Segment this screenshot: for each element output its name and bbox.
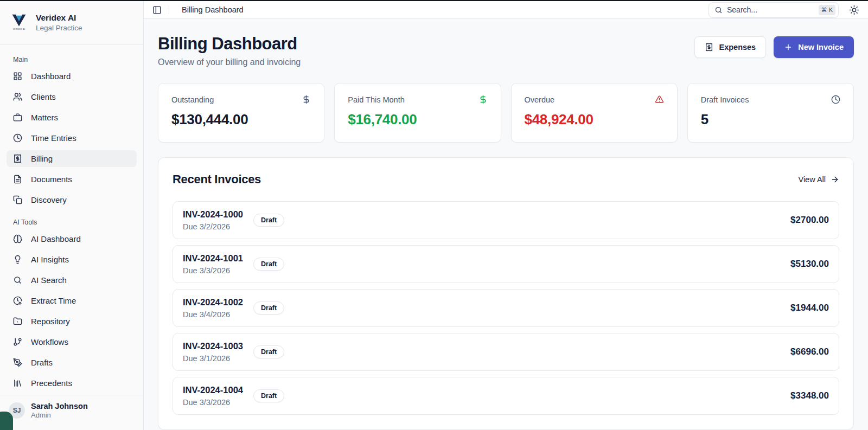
folder-icon [13, 317, 22, 326]
breadcrumb: Billing Dashboard [182, 5, 244, 14]
sidebar-item-billing[interactable]: Billing [7, 150, 137, 167]
sidebar-item-workflows[interactable]: Workflows [7, 333, 137, 350]
copy-icon [13, 195, 22, 204]
brand-name: Veridex AI [36, 13, 82, 23]
clock-arrow-icon [13, 296, 22, 305]
user-row[interactable]: SJ Sarah Johnson Admin [0, 395, 143, 430]
brain-icon [13, 234, 22, 243]
stat-label: Overdue [525, 95, 555, 104]
search-box[interactable]: ⌘ K [709, 2, 839, 18]
user-role: Admin [31, 411, 88, 419]
page-title: Billing Dashboard [158, 34, 301, 54]
search-input[interactable] [727, 5, 814, 14]
sidebar-section-label: AI Tools [7, 212, 137, 230]
dollar-icon [302, 95, 311, 104]
sidebar-toggle-icon[interactable] [152, 5, 162, 15]
invoice-number: INV-2024-1004 [183, 384, 243, 396]
invoice-row[interactable]: INV-2024-1002Due 3/4/2026Draft$1944.00 [173, 289, 839, 327]
view-all-link[interactable]: View All [798, 175, 839, 184]
topbar: Billing Dashboard ⌘ K [144, 1, 868, 19]
receipt-icon [705, 43, 713, 52]
sidebar-item-label: Matters [31, 113, 58, 122]
sidebar-item-documents[interactable]: Documents [7, 171, 137, 188]
sidebar-item-label: Time Entries [31, 133, 76, 143]
stat-label: Paid This Month [348, 95, 405, 104]
invoice-number: INV-2024-1001 [183, 252, 243, 264]
invoice-due-date: Due 3/2/2026 [183, 221, 243, 232]
stat-label: Draft Invoices [701, 95, 749, 104]
stats-row: Outstanding$130,444.00Paid This Month$16… [158, 83, 854, 143]
invoice-amount: $3348.00 [790, 390, 829, 401]
stat-card: Paid This Month$16,740.00 [334, 83, 501, 143]
new-invoice-button-label: New Invoice [798, 43, 844, 52]
sidebar-item-label: Workflows [31, 337, 68, 346]
recent-invoices-title: Recent Invoices [173, 172, 261, 187]
arrow-right-icon [831, 175, 839, 184]
stat-value: $16,740.00 [348, 111, 487, 128]
invoice-row[interactable]: INV-2024-1001Due 3/3/2026Draft$5130.00 [173, 245, 839, 283]
theme-toggle-sun-icon[interactable] [849, 5, 859, 15]
invoice-row[interactable]: INV-2024-1003Due 3/1/2026Draft$6696.00 [173, 333, 839, 371]
sidebar-item-time-entries[interactable]: Time Entries [7, 130, 137, 146]
sidebar-item-label: Drafts [31, 358, 53, 367]
invoice-amount: $5130.00 [790, 259, 829, 269]
search-icon [714, 6, 723, 14]
dollar-icon [478, 95, 488, 104]
status-badge: Draft [253, 258, 284, 271]
expenses-button[interactable]: Expenses [694, 36, 766, 58]
corner-decoration [0, 412, 13, 430]
clock-icon [13, 133, 22, 143]
content: Billing Dashboard Overview of your billi… [144, 19, 868, 430]
expenses-button-label: Expenses [719, 43, 756, 52]
invoice-due-date: Due 3/1/2026 [183, 353, 243, 364]
sidebar-item-ai-dashboard[interactable]: AI Dashboard [7, 230, 137, 247]
sidebar-item-drafts[interactable]: Drafts [7, 354, 137, 371]
grid-icon [13, 72, 22, 81]
sidebar-item-label: Extract Time [31, 296, 76, 305]
stat-card: Outstanding$130,444.00 [158, 83, 324, 143]
briefcase-icon [13, 113, 22, 122]
status-badge: Draft [253, 214, 284, 227]
new-invoice-button[interactable]: New Invoice [774, 36, 854, 58]
clock-icon [831, 95, 840, 104]
invoice-due-date: Due 3/3/2026 [183, 397, 243, 408]
recent-invoices-panel: Recent Invoices View All INV-2024-1000Du… [158, 157, 854, 430]
sidebar-item-label: AI Insights [31, 255, 69, 264]
sidebar-item-discovery[interactable]: Discovery [7, 191, 137, 208]
invoice-number: INV-2024-1003 [183, 340, 243, 352]
status-badge: Draft [253, 301, 284, 315]
sidebar-item-matters[interactable]: Matters [7, 109, 137, 126]
veridex-logo-icon: VERIDEX AI [9, 12, 29, 33]
sidebar-item-dashboard[interactable]: Dashboard [7, 68, 137, 85]
invoice-row[interactable]: INV-2024-1004Due 3/3/2026Draft$3348.00 [173, 377, 839, 415]
status-badge: Draft [253, 389, 284, 402]
sidebar-item-label: Billing [31, 154, 53, 163]
sidebar-nav: MainDashboardClientsMattersTime EntriesB… [0, 45, 143, 395]
sidebar-item-precedents[interactable]: Precedents [7, 375, 137, 392]
sidebar-item-label: Discovery [31, 195, 67, 204]
sidebar-item-label: AI Dashboard [31, 234, 81, 243]
sidebar-item-repository[interactable]: Repository [7, 313, 137, 330]
stat-card: Overdue$48,924.00 [511, 83, 678, 143]
sidebar-item-extract-time[interactable]: Extract Time [7, 292, 137, 309]
invoice-amount: $6696.00 [790, 346, 829, 357]
sidebar-item-label: Precedents [31, 378, 72, 388]
receipt-icon [13, 154, 22, 163]
main-area: Billing Dashboard ⌘ K Billing Dashboard … [144, 1, 868, 430]
brand: VERIDEX AI Veridex AI Legal Practice [0, 1, 143, 45]
view-all-label: View All [798, 175, 826, 184]
sidebar: VERIDEX AI Veridex AI Legal Practice Mai… [0, 1, 144, 430]
invoice-due-date: Due 3/4/2026 [183, 309, 243, 320]
plus-icon [784, 43, 793, 52]
sidebar-item-ai-insights[interactable]: AI Insights [7, 251, 137, 268]
sidebar-item-ai-search[interactable]: AI Search [7, 272, 137, 288]
sidebar-item-clients[interactable]: Clients [7, 88, 137, 105]
invoice-row[interactable]: INV-2024-1000Due 3/2/2026Draft$2700.00 [173, 201, 839, 239]
invoice-amount: $1944.00 [790, 303, 829, 313]
page-subtitle: Overview of your billing and invoicing [158, 57, 301, 67]
stat-value: 5 [701, 111, 840, 128]
sidebar-item-label: Dashboard [31, 72, 71, 81]
brand-subtitle: Legal Practice [36, 24, 82, 32]
library-icon [13, 378, 22, 388]
users-icon [13, 92, 22, 101]
